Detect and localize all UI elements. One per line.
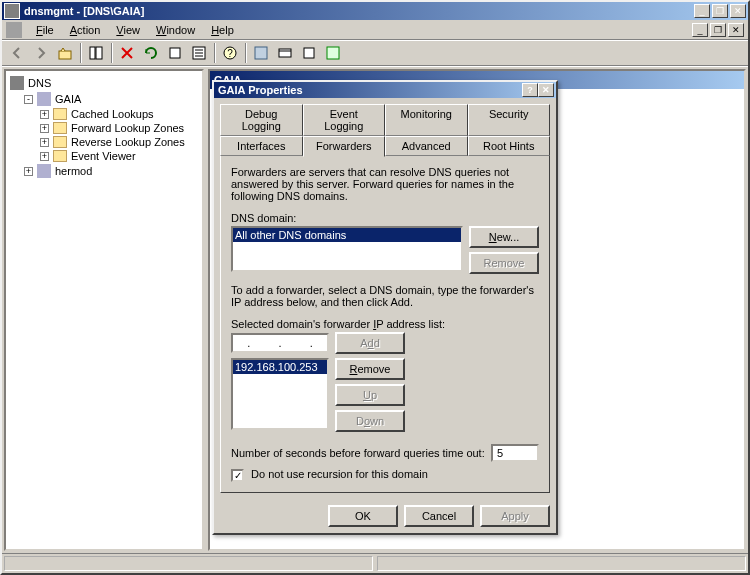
mdi-icon	[6, 22, 22, 38]
tab-event-logging[interactable]: Event Logging	[303, 104, 386, 136]
refresh-button[interactable]	[140, 42, 162, 64]
tree-root[interactable]: DNS	[10, 75, 198, 91]
tree-forward-zones[interactable]: + Forward Lookup Zones	[10, 121, 198, 135]
dns-domain-label: DNS domain:	[231, 212, 539, 224]
tree-event-viewer[interactable]: + Event Viewer	[10, 149, 198, 163]
tabs-row-2: Interfaces Forwarders Advanced Root Hint…	[220, 136, 550, 156]
dialog-close-button[interactable]: ✕	[538, 83, 554, 97]
show-hide-tree-button[interactable]	[85, 42, 107, 64]
close-button[interactable]: ✕	[730, 4, 746, 18]
apply-button: Apply	[480, 505, 550, 527]
svg-rect-14	[327, 47, 339, 59]
menubar: File Action View Window Help _ ❐ ✕	[2, 20, 748, 40]
svg-rect-13	[304, 48, 314, 58]
forward-button[interactable]	[30, 42, 52, 64]
toolbar-divider	[80, 43, 81, 63]
app-icon	[4, 3, 20, 19]
domain-item-all[interactable]: All other DNS domains	[233, 228, 461, 242]
window-title: dnsmgmt - [DNS\GAIA]	[24, 5, 694, 17]
folder-icon	[53, 122, 67, 134]
status-cell	[4, 556, 373, 571]
server-icon	[37, 92, 51, 106]
dns-domain-listbox[interactable]: All other DNS domains	[231, 226, 463, 272]
folder-icon	[53, 150, 67, 162]
tab-security[interactable]: Security	[468, 104, 551, 136]
mdi-close-button[interactable]: ✕	[728, 23, 744, 37]
menu-help[interactable]: Help	[203, 22, 242, 38]
toolbar: ?	[2, 40, 748, 66]
menu-window[interactable]: Window	[148, 22, 203, 38]
tab-monitoring[interactable]: Monitoring	[385, 104, 468, 136]
tree-label: DNS	[28, 77, 51, 89]
ok-button[interactable]: OK	[328, 505, 398, 527]
no-recursion-checkbox[interactable]: ✓	[231, 469, 244, 482]
timeout-label: Number of seconds before forward queries…	[231, 447, 485, 459]
tab-panel: Forwarders are servers that can resolve …	[220, 155, 550, 493]
svg-rect-3	[170, 48, 180, 58]
tree-server-hermod[interactable]: + hermod	[10, 163, 198, 179]
menu-view[interactable]: View	[108, 22, 148, 38]
timeout-input[interactable]: 5	[491, 444, 539, 462]
svg-rect-2	[96, 47, 102, 59]
expand-icon[interactable]: +	[40, 152, 49, 161]
forwarder-ip-item[interactable]: 192.168.100.253	[233, 360, 327, 374]
expand-icon[interactable]: +	[40, 124, 49, 133]
tab-root-hints[interactable]: Root Hints	[468, 136, 551, 156]
tree-label: Cached Lookups	[71, 108, 154, 120]
tree-pane[interactable]: DNS - GAIA + Cached Lookups + Forward Lo…	[4, 69, 204, 551]
down-button: Down	[335, 410, 405, 432]
collapse-icon[interactable]: -	[24, 95, 33, 104]
mdi-minimize-button[interactable]: _	[692, 23, 708, 37]
tree-server-gaia[interactable]: - GAIA	[10, 91, 198, 107]
tree-label: GAIA	[55, 93, 81, 105]
mdi-restore-button[interactable]: ❐	[710, 23, 726, 37]
tab-debug-logging[interactable]: Debug Logging	[220, 104, 303, 136]
delete-button[interactable]	[116, 42, 138, 64]
toolbar-divider	[245, 43, 246, 63]
tree-label: Event Viewer	[71, 150, 136, 162]
statusbar	[2, 553, 748, 573]
tree-label: hermod	[55, 165, 92, 177]
tab-interfaces[interactable]: Interfaces	[220, 136, 303, 156]
menu-file[interactable]: File	[28, 22, 62, 38]
ip-address-input[interactable]: ...	[231, 333, 329, 353]
folder-icon	[53, 136, 67, 148]
cancel-button[interactable]: Cancel	[404, 505, 474, 527]
remove-domain-button: Remove	[469, 252, 539, 274]
dialog-help-button[interactable]: ?	[522, 83, 538, 97]
toolbar-icon[interactable]	[274, 42, 296, 64]
expand-icon[interactable]: +	[40, 138, 49, 147]
add-forwarder-hint: To add a forwarder, select a DNS domain,…	[231, 284, 539, 308]
ip-list-label: Selected domain's forwarder IP address l…	[231, 318, 539, 330]
help-button[interactable]: ?	[219, 42, 241, 64]
forwarder-ip-listbox[interactable]: 192.168.100.253	[231, 358, 329, 430]
restore-button[interactable]: ❐	[712, 4, 728, 18]
toolbar-divider	[111, 43, 112, 63]
folder-icon	[53, 108, 67, 120]
toolbar-icon[interactable]	[322, 42, 344, 64]
toolbar-divider	[214, 43, 215, 63]
tab-advanced[interactable]: Advanced	[385, 136, 468, 156]
properties-button[interactable]	[188, 42, 210, 64]
new-domain-button[interactable]: New...	[469, 226, 539, 248]
forwarders-description: Forwarders are servers that can resolve …	[231, 166, 539, 202]
tab-forwarders[interactable]: Forwarders	[303, 136, 386, 157]
up-button[interactable]	[54, 42, 76, 64]
tree-reverse-zones[interactable]: + Reverse Lookup Zones	[10, 135, 198, 149]
back-button[interactable]	[6, 42, 28, 64]
tree-cached-lookups[interactable]: + Cached Lookups	[10, 107, 198, 121]
svg-rect-1	[90, 47, 95, 59]
menu-action[interactable]: Action	[62, 22, 109, 38]
toolbar-icon[interactable]	[298, 42, 320, 64]
expand-icon[interactable]: +	[40, 110, 49, 119]
minimize-button[interactable]: _	[694, 4, 710, 18]
svg-text:?: ?	[227, 48, 233, 59]
status-cell	[377, 556, 746, 571]
tree-label: Reverse Lookup Zones	[71, 136, 185, 148]
remove-ip-button[interactable]: Remove	[335, 358, 405, 380]
expand-icon[interactable]: +	[24, 167, 33, 176]
dialog-buttons: OK Cancel Apply	[214, 499, 556, 533]
toolbar-icon[interactable]	[250, 42, 272, 64]
export-button[interactable]	[164, 42, 186, 64]
properties-dialog: GAIA Properties ? ✕ Debug Logging Event …	[212, 80, 558, 535]
